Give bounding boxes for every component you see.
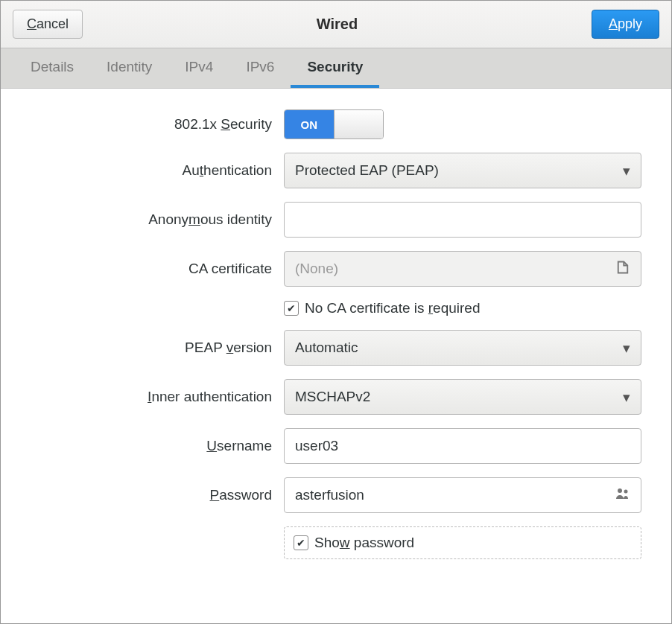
window-title: Wired (317, 16, 358, 33)
anon-identity-input[interactable] (284, 202, 641, 238)
svg-point-0 (618, 488, 622, 493)
tab-ipv4[interactable]: IPv4 (168, 48, 229, 88)
show-password-label: Show password (314, 535, 414, 551)
tab-identity[interactable]: Identity (90, 48, 168, 88)
inner-auth-value: MSCHAPv2 (295, 389, 370, 405)
username-input[interactable]: user03 (284, 428, 641, 464)
cancel-label: Cancel (27, 16, 69, 31)
header-bar: Cancel Wired Apply (1, 1, 671, 48)
tab-bar: Details Identity IPv4 IPv6 Security (1, 48, 671, 89)
show-password-checkbox[interactable] (294, 535, 308, 550)
ca-cert-chooser[interactable]: (None) (284, 251, 641, 287)
label-authentication: Authentication (31, 162, 284, 179)
label-username: Username (31, 438, 284, 454)
label-8021x: 802.1x Security (31, 116, 284, 133)
label-password: Password (31, 487, 284, 503)
apply-button[interactable]: Apply (592, 10, 659, 39)
tab-details[interactable]: Details (14, 48, 90, 88)
ca-cert-value: (None) (295, 261, 338, 277)
authentication-select[interactable]: Protected EAP (PEAP) ▾ (284, 153, 641, 188)
svg-point-1 (624, 489, 628, 493)
username-value: user03 (295, 438, 338, 454)
peap-version-select[interactable]: Automatic ▾ (284, 330, 641, 366)
dropdown-caret-icon: ▾ (623, 162, 630, 179)
toggle-handle (334, 110, 384, 139)
label-ca-cert: CA certificate (31, 261, 284, 277)
password-value: asterfusion (295, 487, 364, 503)
no-ca-required-row[interactable]: No CA certificate is required (284, 300, 641, 316)
no-ca-required-label: No CA certificate is required (305, 300, 481, 316)
label-anon-identity: Anonymous identity (31, 211, 284, 228)
cancel-button[interactable]: Cancel (13, 10, 83, 39)
file-icon (615, 260, 630, 278)
inner-auth-select[interactable]: MSCHAPv2 ▾ (284, 379, 641, 415)
dropdown-caret-icon: ▾ (623, 389, 630, 406)
dropdown-caret-icon: ▾ (623, 340, 630, 357)
tab-security[interactable]: Security (291, 48, 379, 88)
toggle-on-label: ON (285, 110, 334, 139)
tab-ipv6[interactable]: IPv6 (229, 48, 291, 88)
8021x-toggle[interactable]: ON (284, 109, 384, 139)
peap-version-value: Automatic (295, 340, 358, 356)
password-input[interactable]: asterfusion (284, 477, 641, 513)
no-ca-required-checkbox[interactable] (284, 301, 299, 316)
show-password-row[interactable]: Show password (294, 535, 632, 551)
label-inner-auth: Inner authentication (31, 389, 284, 405)
apply-label: Apply (609, 16, 642, 31)
users-icon (615, 487, 630, 504)
label-peap-version: PEAP version (31, 340, 284, 356)
content-area: 802.1x Security ON Authentication Protec… (1, 89, 671, 623)
authentication-value: Protected EAP (PEAP) (295, 162, 439, 179)
